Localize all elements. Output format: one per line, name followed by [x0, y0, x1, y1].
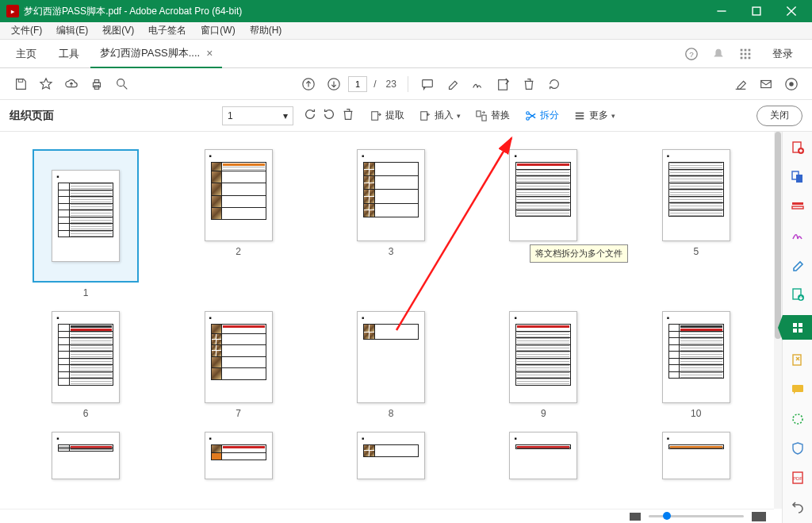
search-icon[interactable] [111, 73, 133, 95]
thumb-number: 10 [691, 408, 701, 419]
redact-icon[interactable] [492, 73, 515, 95]
chevron-down-icon: ▾ [611, 112, 615, 120]
insert-button[interactable]: 插入 ▾ [414, 106, 465, 125]
tab-tools[interactable]: 工具 [48, 40, 90, 67]
sidebar-edit-icon[interactable] [789, 198, 806, 215]
page-total: 23 [383, 79, 400, 90]
window-controls [704, 0, 809, 22]
zoom-slider[interactable] [649, 515, 744, 517]
page-thumbnail-5[interactable]: ■ 5 [633, 149, 760, 298]
page-thumbnail-3[interactable]: ■ 3 [327, 149, 454, 298]
comment-icon[interactable] [416, 73, 439, 95]
page-thumbnail-11[interactable]: ■ [22, 432, 149, 479]
thumb-number: 5 [693, 246, 699, 257]
more-icon [573, 110, 586, 122]
close-panel-button[interactable]: 关闭 [756, 106, 802, 126]
minimize-button[interactable] [704, 0, 739, 22]
thumbnail-grid: ■ 1 ■ 2 [0, 132, 782, 486]
prev-page-icon[interactable] [297, 73, 320, 95]
menu-edit[interactable]: 编辑(E) [50, 22, 94, 39]
more-button[interactable]: 更多 ▾ [569, 106, 620, 125]
page-thumbnail-13[interactable]: ■ [327, 432, 454, 479]
menu-window[interactable]: 窗口(W) [194, 22, 241, 39]
sidebar-sign-icon[interactable] [789, 228, 806, 244]
menu-sign[interactable]: 电子签名 [142, 22, 193, 39]
page-thumbnail-6[interactable]: ■ 6 [22, 311, 149, 419]
bell-icon[interactable] [710, 46, 726, 62]
print-icon[interactable] [86, 73, 108, 95]
document-tab[interactable]: 梦幻西游PASS脚本.... × [90, 40, 222, 68]
page-thumbnail-1[interactable]: ■ 1 [22, 149, 149, 298]
page-thumbnail-12[interactable]: ■ [174, 432, 301, 479]
save-icon[interactable] [10, 73, 32, 95]
menu-view[interactable]: 视图(V) [96, 22, 140, 39]
ai-assist-icon[interactable] [780, 73, 802, 95]
trash-icon[interactable] [341, 107, 355, 124]
sidebar-create-pdf-icon[interactable] [789, 140, 806, 156]
sidebar-protect-icon[interactable] [789, 440, 806, 456]
svg-rect-5 [749, 48, 751, 51]
zoom-large-icon[interactable] [752, 512, 766, 521]
sidebar-organize-icon[interactable] [783, 315, 813, 339]
star-icon[interactable] [35, 73, 57, 95]
delete-icon[interactable] [518, 73, 540, 95]
cloud-upload-icon[interactable] [60, 73, 82, 95]
svg-rect-10 [745, 56, 747, 59]
svg-rect-43 [799, 323, 802, 327]
menu-help[interactable]: 帮助(H) [243, 22, 289, 39]
svg-rect-47 [792, 385, 803, 392]
tools-sidebar: PDF [782, 132, 812, 523]
app-pdf-icon: ▸ [6, 5, 19, 17]
page-number-input[interactable] [348, 76, 367, 92]
login-button[interactable]: 登录 [764, 44, 801, 64]
mail-icon[interactable] [755, 73, 777, 95]
sidebar-stamp-icon[interactable] [789, 411, 806, 428]
sidebar-combine-icon[interactable] [789, 169, 806, 186]
sidebar-more-tools-icon[interactable] [789, 498, 806, 515]
highlight-icon[interactable] [442, 73, 464, 95]
tab-home[interactable]: 主页 [5, 40, 48, 67]
rotate-left-icon[interactable] [303, 107, 317, 124]
page-thumbnail-9[interactable]: ■ 9 [480, 311, 607, 419]
sidebar-comment-icon[interactable] [789, 382, 806, 398]
tab-bar: 主页 工具 梦幻西游PASS脚本.... × ? 登录 [0, 40, 812, 68]
menu-bar: 文件(F) 编辑(E) 视图(V) 电子签名 窗口(W) 帮助(H) [0, 22, 812, 40]
zoom-small-icon[interactable] [630, 513, 641, 521]
page-thumbnail-8[interactable]: ■ 8 [327, 311, 454, 419]
extract-button[interactable]: 提取 [365, 106, 409, 125]
page-thumbnail-14[interactable]: ■ [480, 432, 607, 479]
help-icon[interactable]: ? [684, 46, 699, 62]
svg-text:PDF: PDF [793, 476, 802, 481]
erase-icon[interactable] [730, 73, 752, 95]
sidebar-export-icon[interactable] [789, 286, 806, 302]
menu-file[interactable]: 文件(F) [5, 22, 48, 39]
page-select-dropdown[interactable]: 1 ▾ [222, 106, 293, 125]
sign-icon[interactable] [467, 73, 489, 95]
rotate-right-icon[interactable] [322, 107, 336, 124]
rotate-icon[interactable] [543, 73, 565, 95]
replace-button[interactable]: 替换 [470, 106, 515, 125]
sidebar-pdf-icon[interactable]: PDF [789, 469, 806, 486]
next-page-icon[interactable] [323, 73, 345, 95]
page-thumbnail-15[interactable]: ■ [633, 432, 760, 479]
split-button[interactable]: 拆分 [519, 106, 564, 125]
svg-point-16 [117, 79, 124, 86]
split-tooltip: 将文档拆分为多个文件 [530, 244, 628, 263]
zoom-bar [0, 509, 774, 523]
svg-rect-37 [796, 175, 802, 183]
sidebar-compress-icon[interactable] [789, 352, 806, 369]
svg-point-48 [793, 414, 802, 424]
page-thumbnail-10[interactable]: ■ 10 [633, 311, 760, 419]
close-window-button[interactable] [774, 0, 809, 22]
document-tab-label: 梦幻西游PASS脚本.... [100, 46, 200, 60]
maximize-button[interactable] [739, 0, 774, 22]
page-thumbnail-4[interactable]: ■ 4 [480, 149, 607, 298]
apps-grid-icon[interactable] [737, 46, 753, 62]
page-sep: / [370, 79, 379, 90]
sidebar-fill-icon[interactable] [789, 257, 806, 274]
svg-rect-30 [576, 112, 584, 113]
page-thumbnail-7[interactable]: ■ 7 [174, 311, 301, 419]
document-tab-close-icon[interactable]: × [206, 47, 213, 60]
svg-rect-31 [576, 115, 584, 117]
page-thumbnail-2[interactable]: ■ 2 [174, 149, 301, 298]
